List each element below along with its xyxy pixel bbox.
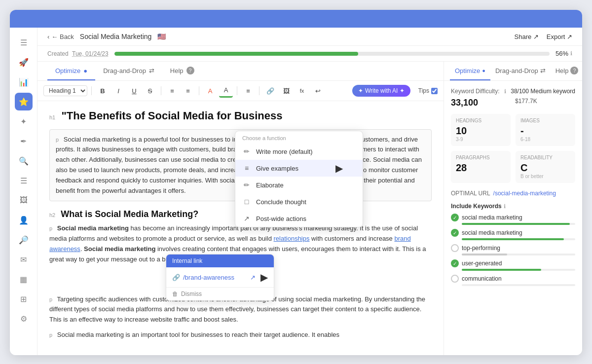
back-label[interactable]: ← Back xyxy=(51,33,74,40)
right-tab-optimize[interactable]: Optimize ● xyxy=(450,62,490,80)
italic-button[interactable]: I xyxy=(111,84,125,98)
sidebar-icon-pen[interactable]: ✒ xyxy=(15,132,33,150)
include-keywords-title: Include Keywords xyxy=(451,203,502,210)
drag-icon: ⇄ xyxy=(149,67,154,74)
top-bar xyxy=(10,10,582,28)
sidebar-icon-menu[interactable]: ☰ xyxy=(15,34,33,51)
editor-tabs: Optimize ● Drag-and-Drop ⇄ Help ? xyxy=(37,62,444,81)
align-button[interactable]: ≡ xyxy=(241,84,255,98)
heading-select[interactable]: Heading 1 xyxy=(43,85,87,96)
sidebar-icon-star[interactable]: ⭐ xyxy=(15,93,33,110)
font-color-button[interactable]: A xyxy=(203,84,217,98)
external-link-icon: ↗ xyxy=(250,274,256,281)
bg-color-button[interactable]: A xyxy=(219,84,233,98)
sidebar-icon-magic[interactable]: ✦ xyxy=(15,112,33,130)
write-more-icon: ✏ xyxy=(242,147,251,155)
tips-label: Tips xyxy=(418,87,438,94)
right-drag-icon: ⇄ xyxy=(540,67,546,74)
optimal-url-value: /social-media-marketing xyxy=(493,190,556,197)
toolbar-sep-2 xyxy=(161,86,161,95)
popup-link-row[interactable]: 🔗 /brand-awareness ↗ ▶ xyxy=(166,267,274,287)
tab-optimize[interactable]: Optimize ● xyxy=(47,62,95,80)
kw4-check-icon: ✓ xyxy=(451,259,459,267)
undo-button[interactable]: ↩ xyxy=(311,84,325,98)
search-volume-stat: 33,100 xyxy=(451,98,511,108)
paragraphs-metric-value: 28 xyxy=(456,162,506,174)
article-p4-text: Social media marketing is an important t… xyxy=(57,331,339,338)
ai-dropdown-header: Choose a function xyxy=(235,131,363,143)
conclude-icon: □ xyxy=(242,198,251,206)
ai-item-give-examples[interactable]: ≡ Give examples ▶ xyxy=(235,160,363,177)
editor-content[interactable]: h1 "The Benefits of Social Media for Bus… xyxy=(37,101,444,355)
export-button[interactable]: Export ↗ xyxy=(547,33,572,40)
toolbar-sep-1 xyxy=(91,86,92,95)
sidebar-icon-table[interactable]: ⊞ xyxy=(15,290,33,308)
kw-item-2: ✓ social media marketing xyxy=(451,229,575,240)
write-ai-icon: ✦ xyxy=(358,87,363,94)
right-panel: Optimize ● Drag-and-Drop ⇄ Help ? xyxy=(444,62,582,355)
article-h2-text: What is Social Media Marketing? xyxy=(61,209,198,219)
sidebar-icon-user[interactable]: 👤 xyxy=(15,211,33,229)
code-button[interactable]: fx xyxy=(295,84,309,98)
sidebar-icon-settings[interactable]: ⚙ xyxy=(15,310,33,328)
cursor-pointer-icon: ▶ xyxy=(260,271,268,283)
tab-drag-drop[interactable]: Drag-and-Drop ⇄ xyxy=(95,62,162,80)
help-tab-label: Help xyxy=(170,67,184,74)
ai-item-post-wide[interactable]: ↗ Post-wide actions xyxy=(235,210,363,227)
sidebar-icon-mail[interactable]: ✉ xyxy=(15,251,33,268)
popup-header: Internal link xyxy=(166,255,274,267)
ai-item-write-more[interactable]: ✏ Write more (default) xyxy=(235,143,363,160)
headings-metric-title: HEADINGS xyxy=(456,118,506,123)
toolbar-sep-5 xyxy=(259,86,259,95)
tab-help[interactable]: Help ? xyxy=(162,62,202,80)
images-metric: IMAGES - 6-18 xyxy=(516,114,575,146)
tips-checkbox[interactable] xyxy=(431,88,438,94)
sidebar-icon-rocket[interactable]: 🚀 xyxy=(15,53,33,71)
elaborate-label: Elaborate xyxy=(256,182,284,189)
sidebar-icon-image[interactable]: 🖼 xyxy=(15,191,33,209)
right-tab-drag-drop[interactable]: Drag-and-Drop ⇄ xyxy=(490,62,551,80)
strikethrough-button[interactable]: S xyxy=(143,84,157,98)
stats-row: 33,100 $177.7K xyxy=(451,98,575,108)
sidebar-icon-chart[interactable]: 📊 xyxy=(15,73,33,91)
kw-item-4: ✓ user-generated xyxy=(451,259,575,271)
h2-tag: h2 xyxy=(49,212,55,218)
link-icon: 🔗 xyxy=(172,274,180,281)
bold-button[interactable]: B xyxy=(96,84,110,98)
paragraphs-metric-title: PARAGRAPHS xyxy=(456,155,506,160)
elaborate-icon: ✏ xyxy=(242,181,251,189)
ai-item-conclude[interactable]: □ Conclude thought xyxy=(235,193,363,210)
optimal-url-label: OPTIMAL URL xyxy=(451,190,490,197)
sidebar-icon-list[interactable]: ☰ xyxy=(15,172,33,189)
optimize-tab-label: Optimize xyxy=(55,67,80,74)
write-ai-button[interactable]: ✦ Write with AI ✦ xyxy=(352,85,410,97)
image-button[interactable]: 🖼 xyxy=(279,84,293,98)
relationships-link[interactable]: relationships xyxy=(274,235,310,242)
kw1-bar-fill xyxy=(462,223,570,225)
right-tab-help[interactable]: Help ? xyxy=(551,62,582,80)
kw5-check-icon xyxy=(451,275,459,283)
optimize-icon: ● xyxy=(83,67,87,74)
popup-dismiss-button[interactable]: 🗑 Dismiss xyxy=(166,287,274,300)
ai-item-elaborate[interactable]: ✏ Elaborate xyxy=(235,177,363,193)
editor-toolbar: Heading 1 B I U S ≡ ≡ A A ≡ xyxy=(37,81,444,101)
readability-metric-title: READABILITY xyxy=(520,155,570,160)
sidebar-icon-grid[interactable]: ▦ xyxy=(15,270,33,288)
sidebar-icon-search[interactable]: 🔍 xyxy=(15,152,33,170)
back-button[interactable]: ‹ ← Back xyxy=(47,33,74,40)
link-button[interactable]: 🔗 xyxy=(263,84,277,98)
underline-button[interactable]: U xyxy=(127,84,141,98)
editor-panel: Optimize ● Drag-and-Drop ⇄ Help ? xyxy=(37,62,582,355)
ai-function-dropdown: Choose a function ✏ Write more (default)… xyxy=(235,131,363,227)
sidebar-icon-search2[interactable]: 🔎 xyxy=(15,231,33,249)
unordered-list-button[interactable]: ≡ xyxy=(181,84,195,98)
header-bar: ‹ ← Back Social Media Marketing 🇺🇸 Share… xyxy=(37,28,582,46)
ordered-list-button[interactable]: ≡ xyxy=(165,84,179,98)
readability-metric-value: C xyxy=(520,162,570,174)
share-button[interactable]: Share ↗ xyxy=(515,33,539,40)
kw1-check-icon: ✓ xyxy=(451,214,459,221)
popup-link-text: /brand-awareness xyxy=(183,274,234,281)
kw2-bar-track xyxy=(462,238,575,240)
kw1-text: social media marketing xyxy=(462,214,522,221)
right-panel-tabs: Optimize ● Drag-and-Drop ⇄ Help ? xyxy=(444,62,582,81)
